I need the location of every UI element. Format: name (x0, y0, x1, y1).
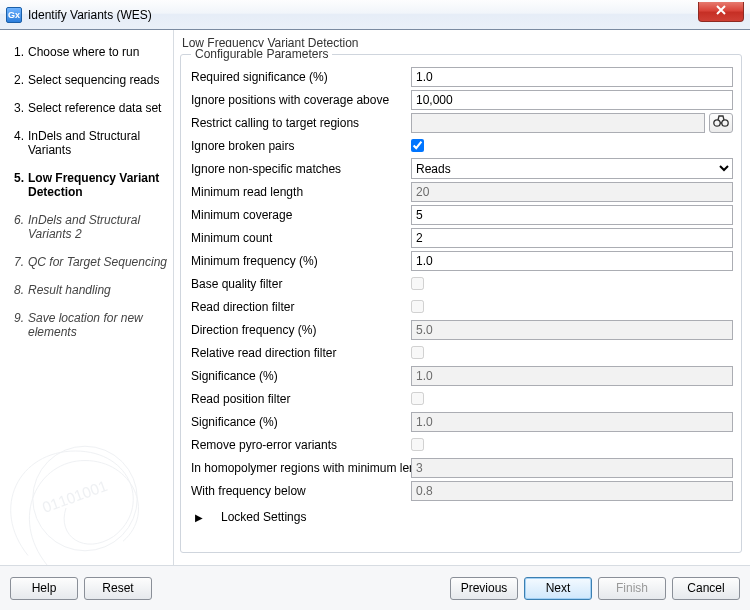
decorative-swirl: 01101001 (0, 365, 180, 575)
label-homopolymer-len: In homopolymer regions with minimum leng… (189, 461, 411, 475)
label-significance-1: Significance (%) (189, 369, 411, 383)
row-with-freq-below: With frequency below (189, 479, 733, 502)
svg-point-0 (33, 446, 138, 551)
input-min-count[interactable] (411, 228, 733, 248)
wizard-step-3[interactable]: Select reference data set (10, 96, 167, 124)
close-button[interactable] (698, 2, 744, 22)
svg-point-2 (714, 120, 720, 126)
row-homopolymer-len: In homopolymer regions with minimum leng… (189, 456, 733, 479)
wizard-step-2[interactable]: Select sequencing reads (10, 68, 167, 96)
row-required-significance: Required significance (%) (189, 65, 733, 88)
input-ignore-cov-above[interactable] (411, 90, 733, 110)
row-min-read-len: Minimum read length (189, 180, 733, 203)
locked-settings-toggle[interactable]: ▶ Locked Settings (189, 502, 733, 524)
label-restrict-regions: Restrict calling to target regions (189, 116, 411, 130)
wizard-step-4[interactable]: InDels and Structural Variants (10, 124, 167, 166)
check-remove-pyro (411, 438, 424, 451)
binoculars-icon (713, 114, 729, 131)
wizard-steps-sidebar: Choose where to run Select sequencing re… (0, 30, 174, 565)
chevron-right-icon: ▶ (195, 512, 215, 523)
row-read-dir-filter: Read direction filter (189, 295, 733, 318)
window-title: Identify Variants (WES) (28, 8, 152, 22)
row-ignore-broken-pairs: Ignore broken pairs (189, 134, 733, 157)
row-significance-2: Significance (%) (189, 410, 733, 433)
main-panel: Low Frequency Variant Detection Configur… (174, 30, 750, 565)
label-min-freq: Minimum frequency (%) (189, 254, 411, 268)
input-direction-freq (411, 320, 733, 340)
label-remove-pyro: Remove pyro-error variants (189, 438, 411, 452)
check-rel-read-dir-filter (411, 346, 424, 359)
footer: Help Reset Previous Next Finish Cancel (0, 566, 750, 610)
label-min-count: Minimum count (189, 231, 411, 245)
input-significance-1 (411, 366, 733, 386)
input-with-freq-below (411, 481, 733, 501)
svg-text:01101001: 01101001 (40, 477, 109, 516)
label-base-quality-filter: Base quality filter (189, 277, 411, 291)
finish-button: Finish (598, 577, 666, 600)
label-significance-2: Significance (%) (189, 415, 411, 429)
input-restrict-regions[interactable] (411, 113, 705, 133)
row-direction-freq: Direction frequency (%) (189, 318, 733, 341)
check-read-pos-filter (411, 392, 424, 405)
wizard-step-9[interactable]: Save location for new elements (10, 306, 167, 348)
cancel-button[interactable]: Cancel (672, 577, 740, 600)
input-significance-2 (411, 412, 733, 432)
wizard-step-7[interactable]: QC for Target Sequencing (10, 250, 167, 278)
label-ignore-non-specific: Ignore non-specific matches (189, 162, 411, 176)
help-button[interactable]: Help (10, 577, 78, 600)
previous-button[interactable]: Previous (450, 577, 518, 600)
label-required-significance: Required significance (%) (189, 70, 411, 84)
label-ignore-broken-pairs: Ignore broken pairs (189, 139, 411, 153)
row-min-freq: Minimum frequency (%) (189, 249, 733, 272)
label-with-freq-below: With frequency below (189, 484, 411, 498)
label-ignore-cov-above: Ignore positions with coverage above (189, 93, 411, 107)
input-required-significance[interactable] (411, 67, 733, 87)
row-rel-read-dir-filter: Relative read direction filter (189, 341, 733, 364)
titlebar: Gx Identify Variants (WES) (0, 0, 750, 30)
row-significance-1: Significance (%) (189, 364, 733, 387)
label-rel-read-dir-filter: Relative read direction filter (189, 346, 411, 360)
label-read-pos-filter: Read position filter (189, 392, 411, 406)
next-button[interactable]: Next (524, 577, 592, 600)
check-read-dir-filter (411, 300, 424, 313)
row-ignore-cov-above: Ignore positions with coverage above (189, 88, 733, 111)
app-icon: Gx (6, 7, 22, 23)
select-ignore-non-specific[interactable]: Reads (411, 158, 733, 179)
wizard-step-5[interactable]: Low Frequency Variant Detection (10, 166, 167, 208)
label-min-read-len: Minimum read length (189, 185, 411, 199)
input-min-read-len (411, 182, 733, 202)
input-homopolymer-len (411, 458, 733, 478)
row-min-count: Minimum count (189, 226, 733, 249)
input-min-freq[interactable] (411, 251, 733, 271)
group-legend: Configurable Parameters (191, 47, 332, 61)
reset-button[interactable]: Reset (84, 577, 152, 600)
wizard-step-1[interactable]: Choose where to run (10, 40, 167, 68)
check-ignore-broken-pairs[interactable] (411, 139, 424, 152)
svg-point-3 (722, 120, 728, 126)
row-base-quality-filter: Base quality filter (189, 272, 733, 295)
locked-settings-label: Locked Settings (215, 510, 306, 524)
configurable-parameters-group: Configurable Parameters Required signifi… (180, 54, 742, 553)
check-base-quality-filter (411, 277, 424, 290)
input-min-coverage[interactable] (411, 205, 733, 225)
row-ignore-non-specific: Ignore non-specific matches Reads (189, 157, 733, 180)
browse-regions-button[interactable] (709, 113, 733, 133)
label-read-dir-filter: Read direction filter (189, 300, 411, 314)
label-min-coverage: Minimum coverage (189, 208, 411, 222)
row-restrict-regions: Restrict calling to target regions (189, 111, 733, 134)
row-min-coverage: Minimum coverage (189, 203, 733, 226)
wizard-step-6[interactable]: InDels and Structural Variants 2 (10, 208, 167, 250)
label-direction-freq: Direction frequency (%) (189, 323, 411, 337)
wizard-steps-list: Choose where to run Select sequencing re… (10, 40, 167, 348)
wizard-step-8[interactable]: Result handling (10, 278, 167, 306)
row-read-pos-filter: Read position filter (189, 387, 733, 410)
row-remove-pyro: Remove pyro-error variants (189, 433, 733, 456)
